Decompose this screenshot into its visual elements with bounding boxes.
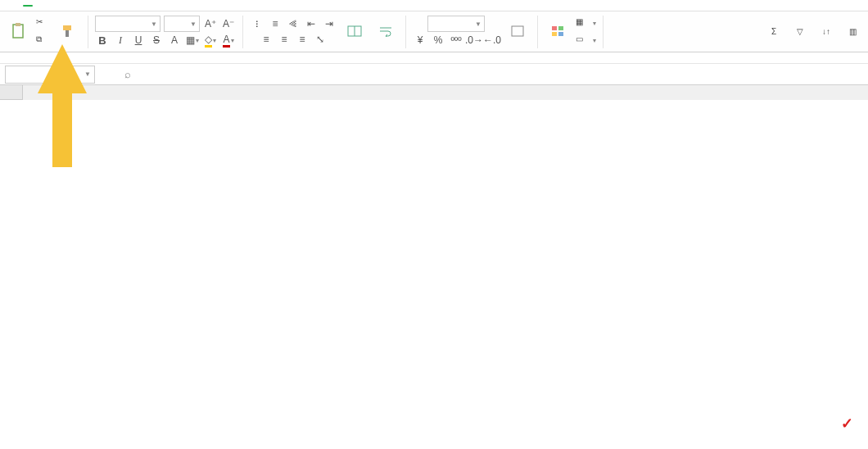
svg-rect-6 — [512, 26, 523, 36]
decimal-dec-button[interactable]: ←.0 — [485, 33, 500, 48]
border-button[interactable]: ▦▾ — [185, 33, 200, 48]
menu-tabs — [0, 0, 868, 11]
underline-button[interactable]: U — [131, 33, 146, 48]
comma-button[interactable]: ººº — [449, 33, 463, 48]
chevron-down-icon: ▼ — [475, 20, 481, 28]
svg-rect-3 — [66, 30, 69, 37]
decrease-font-button[interactable]: A⁻ — [221, 16, 236, 31]
fill-button[interactable]: ▥ — [842, 14, 863, 50]
svg-rect-7 — [552, 26, 557, 30]
percent-button[interactable]: % — [431, 33, 445, 48]
svg-rect-1 — [16, 23, 20, 26]
svg-rect-2 — [63, 25, 71, 30]
merge-icon — [346, 22, 364, 40]
text-direction-button[interactable]: ⤡ — [313, 32, 328, 47]
ribbon: ✂ ⧉ ▼ ▼ A⁺ A⁻ B I U S A ▦▾ ◇▾ A▾ ⫶ ≡ ⫷ ⇤ — [0, 11, 868, 52]
sum-button[interactable]: Σ — [763, 14, 784, 50]
sort-button[interactable]: ↓↑ — [816, 14, 837, 50]
brand-overlay: ✓ — [841, 415, 853, 433]
copy-icon: ⧉ — [36, 34, 47, 46]
convert-icon — [509, 22, 527, 40]
fill-down-icon: ▥ — [843, 22, 861, 40]
font-size-select[interactable]: ▼ — [164, 16, 200, 32]
fill-color-button[interactable]: ◇▾ — [203, 33, 218, 48]
bold-button[interactable]: B — [95, 33, 110, 48]
align-top-button[interactable]: ⫶ — [250, 16, 264, 31]
funnel-icon: ▽ — [791, 22, 809, 40]
copy-button[interactable]: ⧉ — [36, 32, 50, 48]
clipboard-icon — [9, 22, 27, 40]
align-bottom-button[interactable]: ⫷ — [286, 16, 301, 31]
align-center-button[interactable]: ≡ — [277, 32, 292, 47]
format-painter-button[interactable] — [55, 14, 81, 50]
formula-bar: ▼ ⌕ — [0, 64, 868, 85]
spreadsheet — [0, 85, 868, 100]
type-convert-button[interactable] — [504, 14, 531, 50]
chevron-down-icon: ▼ — [190, 20, 197, 28]
align-right-button[interactable]: ≡ — [295, 32, 310, 47]
indent-increase-button[interactable]: ⇥ — [322, 16, 337, 31]
align-left-button[interactable]: ≡ — [259, 32, 274, 47]
chevron-down-icon: ▼ — [84, 70, 91, 78]
svg-rect-0 — [13, 25, 23, 38]
wrap-text-button[interactable] — [373, 14, 399, 50]
table-style-button[interactable]: ▦▾ — [576, 15, 596, 31]
italic-button[interactable]: I — [113, 33, 128, 48]
search-icon[interactable]: ⌕ — [124, 68, 131, 80]
select-all-corner[interactable] — [0, 85, 23, 100]
sort-icon: ↓↑ — [817, 22, 835, 40]
tab-start[interactable] — [23, 5, 33, 7]
name-box[interactable]: ▼ — [5, 66, 95, 84]
paste-button[interactable] — [5, 14, 31, 50]
merge-center-button[interactable] — [341, 14, 368, 50]
cell-icon: ▭ — [576, 34, 587, 46]
filter-button[interactable]: ▽ — [789, 14, 811, 50]
font-name-select[interactable]: ▼ — [95, 16, 160, 32]
wrap-icon — [377, 22, 395, 40]
svg-rect-10 — [558, 32, 563, 36]
svg-rect-9 — [552, 32, 557, 36]
column-headers — [0, 85, 868, 100]
currency-button[interactable]: ¥ — [413, 33, 427, 48]
indent-decrease-button[interactable]: ⇤ — [304, 16, 319, 31]
chevron-down-icon: ▼ — [151, 20, 157, 28]
strikethrough-button[interactable]: S — [149, 33, 164, 48]
table-icon: ▦ — [576, 17, 587, 29]
cell-style-button[interactable]: ▭▾ — [576, 32, 596, 48]
align-middle-button[interactable]: ≡ — [268, 16, 283, 31]
font-color-button[interactable]: A▾ — [221, 33, 236, 48]
scissors-icon: ✂ — [36, 17, 47, 29]
cond-format-icon — [549, 22, 567, 40]
cond-format-button[interactable] — [545, 14, 571, 50]
increase-font-button[interactable]: A⁺ — [203, 16, 218, 31]
sigma-icon: Σ — [765, 22, 783, 40]
font-effect-button[interactable]: A — [167, 33, 182, 48]
number-format-select[interactable]: ▼ — [427, 16, 485, 32]
cut-button[interactable]: ✂ — [36, 15, 50, 31]
svg-rect-8 — [558, 26, 563, 30]
brush-icon — [59, 22, 77, 40]
decimal-inc-button[interactable]: .0→ — [467, 33, 481, 48]
